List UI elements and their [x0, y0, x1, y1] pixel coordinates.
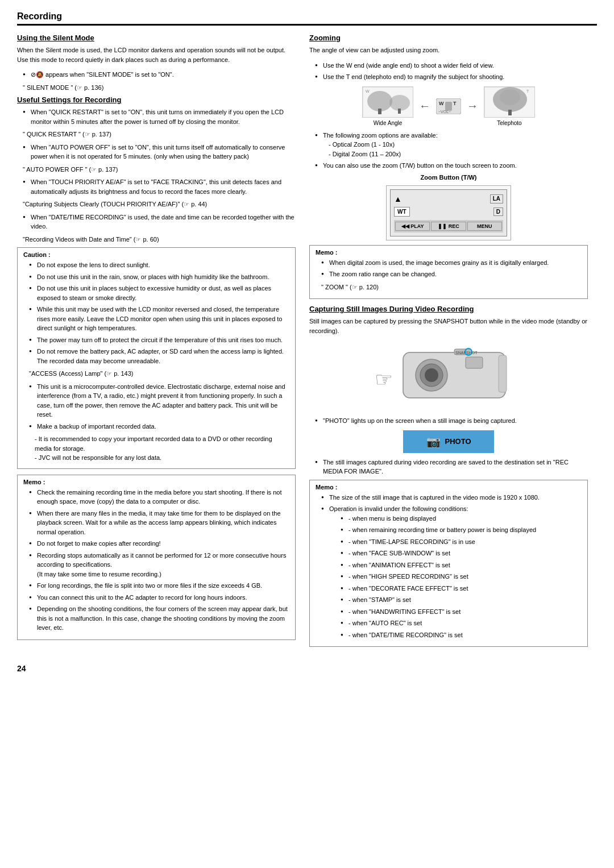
wt-button[interactable]: WT [394, 207, 410, 217]
zooming-body: The angle of view can be adjusted using … [309, 45, 588, 55]
caution-title: Caution : [23, 251, 289, 258]
caution-item-1: Do not expose the lens to direct sunligh… [29, 260, 289, 270]
wide-angle-label: Wide Angle [374, 120, 403, 126]
caution-indent-2: - JVC will not be responsible for any lo… [35, 453, 289, 463]
page-footer: 24 [17, 664, 597, 673]
zoom-btn-bar: ◀◀ PLAY ❚❚ REC MENU [394, 220, 503, 232]
svg-rect-15 [508, 110, 512, 115]
memo-box-left: Memo : Check the remaining recording tim… [17, 475, 296, 640]
zoom-controls-row: WT D [394, 207, 503, 217]
memo-capture-item-2: Operation is invalid under the following… [321, 504, 582, 639]
condition-11: - when "DATE/TIME RECORDING" is set [341, 630, 582, 640]
memo-capture-title: Memo : [316, 484, 582, 491]
svg-rect-20 [466, 357, 483, 368]
svg-point-2 [367, 91, 392, 111]
memo-left-item-5: For long recordings, the file is split i… [29, 581, 289, 591]
d-label: D [493, 207, 503, 216]
capture-title: Capturing Still Images During Video Reco… [309, 305, 588, 313]
la-label: LA [490, 194, 503, 203]
camera-snapshot-svg: SNAPSHOT ☞ [369, 341, 528, 409]
memo-capture-list: The size of the still image that is capt… [316, 493, 582, 640]
zoom-touch-item: You can also use the zoom (T/W) button o… [315, 161, 588, 171]
conditions-list: - when menu is being displayed - when re… [329, 514, 582, 640]
zoom-up-arrow: ▲ [394, 194, 402, 203]
silent-mode-body: When the Silent mode is used, the LCD mo… [17, 45, 296, 64]
svg-point-4 [389, 95, 410, 111]
wide-angle-container: W Wide Angle [362, 86, 413, 126]
section-useful-settings: Useful Settings for Recording When "QUIC… [17, 95, 296, 244]
zoom-lever-icon: W T ~VOL~ [436, 98, 461, 114]
memo-zoom-ref: " ZOOM " (☞ p. 120) [316, 283, 582, 292]
condition-1: - when menu is being displayed [341, 514, 582, 524]
caution-box: Caution : Do not expose the lens to dire… [17, 247, 296, 469]
svg-text:W: W [366, 89, 370, 93]
silent-bullet-1: ⊘🔕 appears when "SILENT MODE" is set to … [23, 70, 296, 80]
left-column: Using the Silent Mode When the Silent mo… [17, 34, 296, 653]
page-header: Recording [17, 11, 597, 26]
useful-settings-list-3: When "TOUCH PRIORITY AE/AF" is set to "F… [17, 177, 296, 196]
useful-settings-list-4: When "DATE/TIME RECORDING" is used, the … [17, 213, 296, 231]
memo-box-capture: Memo : The size of the still image that … [309, 480, 588, 647]
memo-left-item-3: Do not forget to make copies after recor… [29, 539, 289, 549]
zoom-item-2: Use the T end (telephoto end) to magnify… [315, 72, 588, 82]
memo-left-item-6: You can connect this unit to the AC adap… [29, 593, 289, 603]
useful-settings-list: When "QUICK RESTART" is set to "ON", thi… [17, 107, 296, 126]
memo-left-title: Memo : [23, 479, 289, 485]
page-number: 24 [17, 664, 26, 673]
caution-list: Do not expose the lens to direct sunligh… [23, 260, 289, 366]
caution-item-3: Do not use this unit in places subject t… [29, 284, 289, 302]
useful-item-4: When "DATE/TIME RECORDING" is used, the … [23, 213, 296, 231]
useful-settings-title: Useful Settings for Recording [17, 95, 296, 104]
main-content: Using the Silent Mode When the Silent mo… [17, 34, 597, 653]
condition-7: - when "DECORATE FACE EFFECT" is set [341, 584, 582, 593]
svg-text:☞: ☞ [375, 368, 393, 391]
svg-point-19 [425, 368, 438, 382]
silent-mode-bullets: ⊘🔕 appears when "SILENT MODE" is set to … [17, 70, 296, 80]
condition-2: - when remaining recording time or batte… [341, 525, 582, 535]
svg-text:~VOL~: ~VOL~ [438, 110, 451, 114]
wide-angle-image: W [362, 86, 413, 118]
caution-item-6: Do not remove the battery pack, AC adapt… [29, 347, 289, 366]
useful-item-2: When "AUTO POWER OFF" is set to "ON", th… [23, 143, 296, 161]
telephoto-label: Telephoto [497, 120, 521, 126]
memo-box-zoom: Memo : When digital zoom is used, the im… [309, 245, 588, 300]
capture-bullets: "PHOTO" lights up on the screen when a s… [309, 416, 588, 426]
section-zooming: Zooming The angle of view can be adjuste… [309, 34, 588, 240]
capture-body: Still images can be captured by pressing… [309, 317, 588, 335]
caution-item-2: Do not use this unit in the rain, snow, … [29, 272, 289, 282]
caution-item-7: This unit is a microcomputer-controlled … [29, 382, 289, 420]
silent-mode-title: Using the Silent Mode [17, 34, 296, 42]
play-button[interactable]: ◀◀ PLAY [395, 222, 430, 231]
caution-ref-1: "ACCESS (Access) Lamp" (☞ p. 143) [23, 369, 289, 379]
zoom-options-item: The following zoom options are available… [315, 131, 588, 159]
zoom-button-inner: ▲ LA WT D ◀◀ PLAY ❚❚ REC MENU [390, 189, 507, 236]
svg-rect-25 [499, 355, 507, 392]
menu-button[interactable]: MENU [467, 222, 502, 231]
caution-indent-list: - It is recommended to copy your importa… [23, 434, 289, 463]
memo-zoom-list: When digital zoom is used, the image bec… [316, 258, 582, 279]
useful-item-1: When "QUICK RESTART" is set to "ON", thi… [23, 107, 296, 126]
snapshot-diagram: SNAPSHOT ☞ [369, 341, 528, 410]
condition-6: - when "HIGH SPEED RECORDING" is set [341, 572, 582, 582]
memo-zoom-title: Memo : [316, 249, 582, 256]
zooming-title: Zooming [309, 34, 588, 42]
memo-left-list: Check the remaining recording time in th… [23, 488, 289, 633]
condition-3: - when "TIME-LAPSE RECORDING" is in use [341, 537, 582, 547]
useful-ref-1: " QUICK RESTART " (☞ p. 137) [17, 130, 296, 139]
telephoto-image: T [484, 86, 535, 118]
capture-bullet-1: "PHOTO" lights up on the screen when a s… [315, 416, 588, 426]
section-capture: Capturing Still Images During Video Reco… [309, 305, 588, 476]
zoom-top-row: ▲ LA [394, 194, 503, 203]
zoom-diagram: W Wide Angle ← W T [309, 86, 588, 126]
zoom-arrow-right: → [467, 99, 478, 113]
section-silent-mode: Using the Silent Mode When the Silent mo… [17, 34, 296, 92]
memo-zoom-item-1: When digital zoom is used, the image bec… [321, 258, 582, 268]
svg-text:W: W [439, 101, 444, 106]
svg-text:T: T [526, 89, 529, 93]
rec-button[interactable]: ❚❚ REC [431, 222, 466, 231]
condition-10: - when "AUTO REC" is set [341, 618, 582, 628]
zoom-button-title: Zoom Button (T/W) [309, 174, 588, 181]
silent-icon: ⊘🔕 [31, 71, 44, 78]
silent-ref: " SILENT MODE " (☞ p. 136) [17, 83, 296, 93]
memo-left-item-1: Check the remaining recording time in th… [29, 488, 289, 506]
